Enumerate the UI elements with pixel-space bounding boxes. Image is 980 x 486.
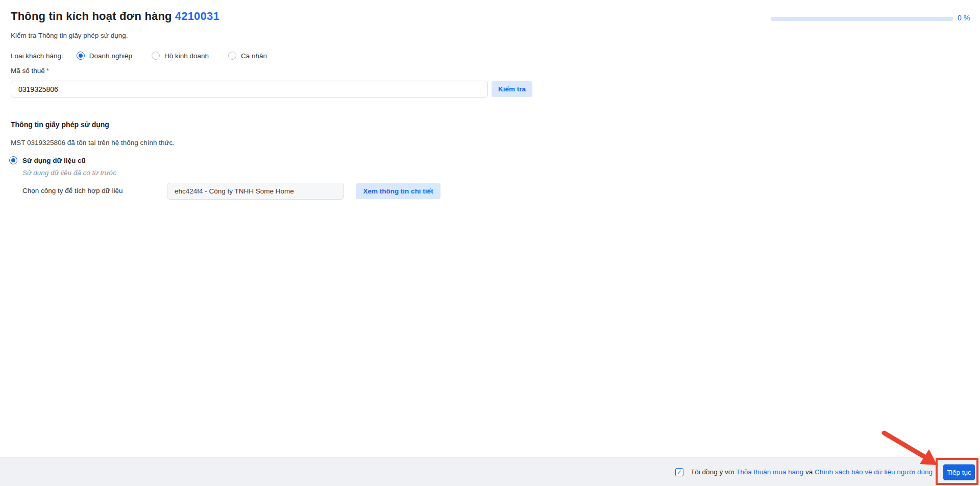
privacy-policy-link[interactable]: Chính sách bảo vệ dữ liệu người dùng	[815, 468, 933, 476]
radio-unselected-icon[interactable]	[152, 52, 160, 60]
agree-checkbox[interactable]: ✓	[675, 468, 683, 476]
progress-bar	[771, 17, 953, 21]
radio-unselected-icon[interactable]	[228, 52, 236, 60]
radio-option-label: Cá nhân	[241, 52, 267, 60]
use-old-data-label: Sử dụng dữ liệu cũ	[22, 157, 86, 164]
radio-option-doanh-nghiep[interactable]: Doanh nghiệp	[77, 52, 132, 60]
section-divider	[9, 109, 971, 109]
agreement-group: ✓ Tôi đồng ý với Thỏa thuận mua hàng và …	[675, 468, 933, 476]
tax-code-input[interactable]	[11, 81, 488, 98]
agreement-text: Tôi đồng ý với Thỏa thuận mua hàng và Ch…	[691, 468, 933, 476]
mst-status-text: MST 0319325806 đã tồn tại trên hệ thống …	[11, 139, 175, 147]
continue-button[interactable]: Tiếp tục	[943, 464, 975, 480]
page-title-text: Thông tin kích hoạt đơn hàng	[11, 10, 172, 22]
license-section-heading: Thông tin giấy phép sử dụng	[11, 120, 109, 129]
radio-option-label: Hộ kinh doanh	[164, 52, 209, 60]
radio-option-label: Doanh nghiệp	[89, 52, 132, 60]
radio-option-ho-kinh-doanh[interactable]: Hộ kinh doanh	[152, 52, 209, 60]
order-activation-page: Thông tin kích hoạt đơn hàng4210031 0 % …	[0, 0, 980, 486]
use-old-data-radio[interactable]: Sử dụng dữ liệu cũ	[9, 156, 86, 164]
view-details-button[interactable]: Xem thông tin chi tiết	[356, 183, 440, 199]
radio-selected-icon[interactable]	[9, 156, 17, 164]
tax-code-label: Mã số thuế*	[11, 67, 49, 75]
annotation-arrow-icon	[0, 0, 980, 486]
use-old-data-description: Sử dụng dữ liệu đã có từ trước	[22, 169, 116, 177]
checkmark-icon: ✓	[677, 469, 682, 475]
company-select-input[interactable]	[167, 183, 344, 200]
customer-type-radio-group: Loại khách hàng: Doanh nghiệp Hộ kinh do…	[11, 52, 286, 60]
radio-option-ca-nhan[interactable]: Cá nhân	[228, 52, 267, 60]
order-number: 4210031	[175, 10, 219, 22]
progress-percent-label: 0 %	[958, 14, 970, 22]
radio-selected-icon[interactable]	[77, 52, 85, 60]
footer-bar: ✓ Tôi đồng ý với Thỏa thuận mua hàng và …	[0, 457, 980, 486]
customer-type-label: Loại khách hàng:	[11, 52, 63, 60]
company-select-label: Chọn công ty để tích hợp dữ liệu	[22, 187, 123, 195]
terms-link[interactable]: Thỏa thuận mua hàng	[736, 468, 803, 476]
page-subtitle: Kiểm tra Thông tin giấy phép sử dụng.	[11, 32, 128, 39]
check-tax-code-button[interactable]: Kiểm tra	[492, 81, 532, 97]
required-asterisk: *	[46, 67, 49, 75]
page-title: Thông tin kích hoạt đơn hàng4210031	[11, 10, 219, 23]
